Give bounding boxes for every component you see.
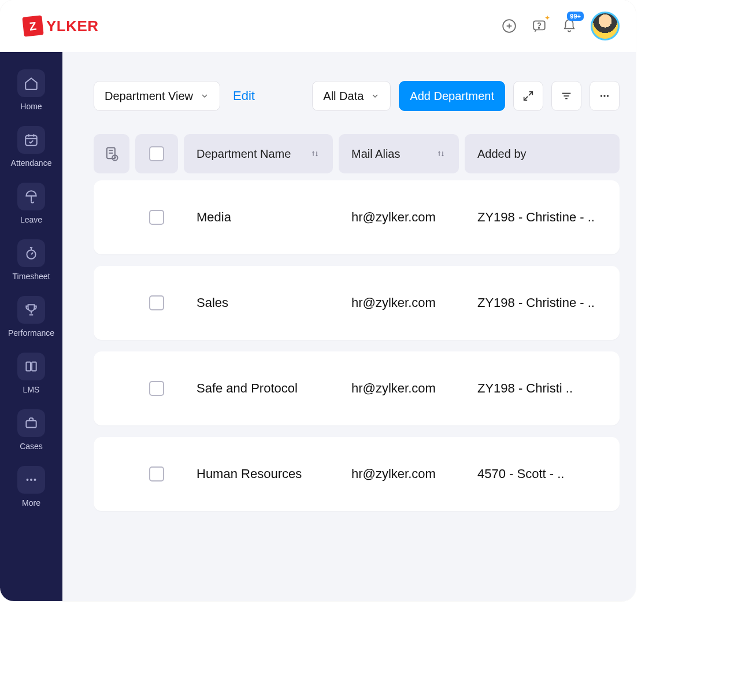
sort-icon (436, 149, 446, 159)
umbrella-icon (24, 189, 39, 204)
calendar-check-icon (24, 132, 39, 147)
stopwatch-icon (24, 246, 39, 261)
svg-rect-16 (26, 362, 31, 371)
row-checkbox[interactable] (149, 210, 164, 225)
column-label: Added by (477, 147, 527, 161)
cell-name: Human Resources (184, 466, 333, 482)
add-icon[interactable] (501, 17, 518, 35)
trophy-icon (24, 302, 39, 317)
table-row[interactable]: Sales hr@zylker.com ZY198 - Christine - … (94, 266, 620, 340)
svg-rect-17 (32, 362, 36, 371)
svg-line-11 (31, 253, 33, 254)
column-label: Department Name (197, 147, 291, 161)
sidebar-item-label: More (22, 498, 40, 508)
brand-logo: Z YLKER (23, 16, 99, 36)
home-icon (24, 76, 39, 91)
cell-added: 4570 - Scott - .. (465, 466, 620, 482)
sidebar-item-label: Attendance (11, 158, 52, 168)
table-row[interactable]: Human Resources hr@zylker.com 4570 - Sco… (94, 437, 620, 511)
more-icon (24, 472, 39, 487)
briefcase-icon (24, 416, 39, 431)
filter-button[interactable] (551, 81, 581, 111)
expand-icon (522, 90, 535, 102)
filter-icon (560, 90, 573, 102)
table-row[interactable]: Safe and Protocol hr@zylker.com ZY198 - … (94, 351, 620, 425)
add-department-button[interactable]: Add Department (399, 81, 505, 111)
book-icon (24, 359, 39, 374)
sidebar-item-attendance[interactable]: Attendance (0, 126, 62, 168)
departments-table: Department Name Mail Alias Added by (94, 134, 620, 511)
column-select-all[interactable] (135, 134, 178, 173)
table-header: Department Name Mail Alias Added by (94, 134, 620, 173)
cell-name: Media (184, 210, 333, 225)
sidebar: Home Attendance Leave Timesheet Performa… (0, 52, 62, 601)
cell-added: ZY198 - Christine - .. (465, 210, 620, 225)
cell-added: ZY198 - Christi .. (465, 381, 620, 396)
sidebar-item-more[interactable]: More (0, 466, 62, 508)
brand-badge: Z (22, 15, 43, 36)
svg-point-28 (603, 95, 605, 97)
sidebar-item-leave[interactable]: Leave (0, 183, 62, 224)
dots-icon (598, 90, 611, 102)
edit-link[interactable]: Edit (233, 88, 255, 103)
view-dropdown[interactable]: Department View (94, 81, 220, 111)
brand-name: YLKER (46, 17, 99, 35)
cell-name: Sales (184, 295, 333, 310)
column-label: Mail Alias (351, 147, 400, 161)
svg-rect-5 (25, 135, 37, 145)
sidebar-item-label: Cases (20, 442, 43, 451)
column-mail-alias[interactable]: Mail Alias (339, 134, 459, 173)
notifications-icon[interactable]: 99+ (561, 17, 578, 35)
sidebar-item-label: LMS (23, 385, 40, 394)
column-added-by[interactable]: Added by (465, 134, 620, 173)
svg-point-21 (34, 479, 36, 481)
column-record-icon[interactable] (94, 134, 129, 173)
expand-button[interactable] (513, 81, 543, 111)
toolbar: Department View Edit All Data Add Depart… (94, 81, 620, 111)
view-label: Department View (105, 90, 193, 103)
chevron-down-icon (200, 91, 209, 101)
svg-point-20 (30, 479, 32, 481)
sidebar-item-home[interactable]: Home (0, 69, 62, 111)
sidebar-item-label: Leave (20, 215, 42, 224)
data-filter-dropdown[interactable]: All Data (312, 81, 391, 111)
more-actions-button[interactable] (590, 81, 620, 111)
svg-line-22 (529, 92, 532, 95)
sidebar-item-label: Home (20, 102, 42, 111)
cell-name: Safe and Protocol (184, 381, 333, 396)
help-icon[interactable]: ✦ (531, 17, 548, 35)
document-icon (103, 146, 120, 162)
sparkle-icon: ✦ (544, 14, 550, 22)
sidebar-item-label: Timesheet (13, 272, 50, 281)
topbar: Z YLKER ✦ 99+ (0, 0, 636, 52)
topbar-actions: ✦ 99+ (501, 12, 620, 40)
svg-line-23 (524, 97, 528, 100)
select-all-checkbox[interactable] (149, 146, 164, 161)
svg-rect-18 (26, 421, 36, 428)
sidebar-item-performance[interactable]: Performance (0, 296, 62, 338)
column-department-name[interactable]: Department Name (184, 134, 333, 173)
svg-point-4 (539, 27, 540, 28)
notifications-badge: 99+ (567, 12, 584, 21)
row-checkbox[interactable] (149, 466, 164, 482)
user-avatar[interactable] (591, 12, 620, 40)
table-row[interactable]: Media hr@zylker.com ZY198 - Christine - … (94, 180, 620, 254)
row-checkbox[interactable] (149, 295, 164, 310)
cell-added: ZY198 - Christine - .. (465, 295, 620, 310)
cell-mail: hr@zylker.com (339, 381, 459, 396)
svg-point-27 (600, 95, 602, 97)
add-label: Add Department (410, 90, 494, 103)
svg-point-29 (607, 95, 609, 97)
sidebar-item-timesheet[interactable]: Timesheet (0, 239, 62, 281)
cell-mail: hr@zylker.com (339, 210, 459, 225)
sidebar-item-lms[interactable]: LMS (0, 353, 62, 394)
row-checkbox[interactable] (149, 381, 164, 396)
cell-mail: hr@zylker.com (339, 466, 459, 482)
sidebar-item-label: Performance (8, 328, 54, 338)
svg-point-19 (27, 479, 29, 481)
filter-label: All Data (323, 90, 364, 103)
cell-mail: hr@zylker.com (339, 295, 459, 310)
svg-point-10 (27, 250, 35, 259)
sidebar-item-cases[interactable]: Cases (0, 409, 62, 451)
sort-icon (310, 149, 320, 159)
